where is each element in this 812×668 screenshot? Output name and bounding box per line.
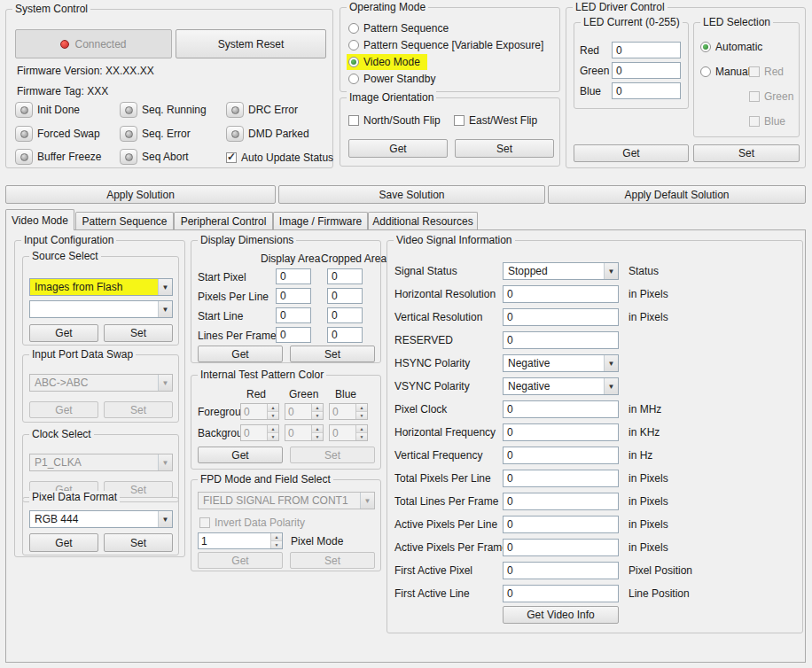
red-current-input[interactable]	[612, 42, 681, 58]
spinner-down-icon[interactable]: ▼	[268, 412, 278, 419]
pixels-per-line-label: Pixels Per Line	[198, 291, 269, 303]
pixel-mode-spinner[interactable]: 1 ▲▼	[198, 532, 283, 549]
fpd-mode-set-button[interactable]: Set	[290, 552, 375, 569]
source-select-set-button[interactable]: Set	[104, 324, 173, 342]
north-south-flip-checkbox[interactable]: North/South Flip	[348, 114, 441, 127]
radio-pattern-sequence-variable-exposure[interactable]: Pattern Sequence [Variable Exposure]	[348, 39, 543, 51]
spinner-down-icon[interactable]: ▼	[356, 412, 367, 419]
green-current-input[interactable]	[612, 62, 681, 79]
blue-current-input[interactable]	[612, 82, 681, 99]
tab-video-mode[interactable]: Video Mode	[5, 209, 74, 230]
reserved-input[interactable]	[503, 331, 619, 349]
foreground-blue-spinner[interactable]: 0 ▲▼	[329, 403, 368, 420]
tab-pattern-sequence[interactable]: Pattern Sequence	[75, 212, 174, 229]
spinner-up-icon[interactable]: ▲	[312, 404, 323, 412]
foreground-green-spinner[interactable]: 0 ▲▼	[285, 403, 324, 420]
input-port-data-swap-get-button[interactable]: Get	[29, 401, 98, 418]
vertical-resolution-input[interactable]	[503, 308, 619, 326]
source-select-combo[interactable]: Images from Flash ▼	[29, 278, 173, 296]
active-pixels-per-line-input[interactable]	[503, 516, 619, 533]
signal-status-combo[interactable]: Stopped ▼	[503, 262, 619, 280]
connected-button[interactable]: Connected	[15, 29, 172, 58]
pixel-data-format-set-button[interactable]: Set	[104, 533, 173, 552]
spinner-up-icon[interactable]: ▲	[268, 404, 278, 412]
led-driver-get-button[interactable]: Get	[574, 144, 689, 162]
internal-test-pattern-get-button[interactable]: Get	[198, 447, 283, 463]
start-pixel-display-input[interactable]	[276, 268, 311, 284]
east-west-flip-checkbox[interactable]: East/West Flip	[454, 114, 537, 127]
image-orientation-get-button[interactable]: Get	[348, 139, 448, 158]
image-orientation-set-button[interactable]: Set	[455, 139, 554, 158]
pixels-per-line-cropped-input[interactable]	[327, 288, 363, 304]
pixels-per-line-display-input[interactable]	[276, 288, 311, 304]
apply-default-solution-button[interactable]: Apply Default Solution	[548, 185, 806, 204]
vertical-frequency-input[interactable]	[503, 447, 619, 464]
spinner-up-icon[interactable]: ▲	[356, 404, 367, 412]
active-pixels-per-frame-input[interactable]	[503, 539, 619, 556]
apply-solution-button[interactable]: Apply Solution	[5, 185, 276, 204]
lines-per-frame-display-input[interactable]	[276, 327, 311, 343]
green-channel-checkbox[interactable]: Green	[749, 90, 793, 103]
apply-solution-label: Apply Solution	[106, 189, 175, 201]
internal-test-pattern-set-button[interactable]: Set	[290, 447, 375, 463]
display-dimensions-set-button[interactable]: Set	[290, 346, 375, 362]
auto-update-status-checkbox[interactable]: Auto Update Status	[226, 151, 333, 164]
red-channel-checkbox[interactable]: Red	[749, 66, 784, 78]
tab-additional-resources[interactable]: Additional Resources	[368, 212, 478, 229]
radio-icon	[700, 66, 711, 77]
display-dimensions-get-button[interactable]: Get	[198, 346, 283, 362]
spinner-down-icon[interactable]: ▼	[268, 433, 278, 440]
fpd-field-select-combo[interactable]: FIELD SIGNAL FROM CONT1 ▼	[198, 492, 375, 509]
radio-video-mode[interactable]: Video Mode	[347, 54, 427, 70]
background-red-spinner[interactable]: 0 ▲▼	[240, 424, 279, 441]
spinner-down-icon[interactable]: ▼	[312, 412, 323, 419]
background-blue-spinner[interactable]: 0 ▲▼	[329, 424, 368, 441]
radio-pattern-sequence[interactable]: Pattern Sequence	[348, 22, 449, 35]
foreground-red-spinner[interactable]: 0 ▲▼	[240, 403, 279, 420]
pixel-data-format-combo[interactable]: RGB 444 ▼	[29, 510, 173, 528]
pixel-data-format-get-button[interactable]: Get	[29, 533, 98, 552]
source-select-get-button[interactable]: Get	[29, 324, 98, 342]
start-line-display-input[interactable]	[276, 307, 311, 323]
fpd-mode-get-button[interactable]: Get	[198, 552, 283, 569]
total-pixels-per-line-input[interactable]	[503, 470, 619, 487]
radio-manual[interactable]: Manual	[700, 66, 750, 78]
first-active-line-input[interactable]	[503, 585, 619, 602]
status-led-init-done: Init Done	[15, 102, 80, 118]
tab-peripheral-control[interactable]: Peripheral Control	[174, 212, 273, 229]
hsync-polarity-combo[interactable]: Negative ▼	[503, 354, 619, 372]
checkbox-label: Red	[764, 66, 784, 78]
vsync-polarity-combo[interactable]: Negative ▼	[503, 377, 619, 395]
system-reset-button[interactable]: System Reset	[176, 29, 326, 58]
connected-led-icon	[60, 40, 69, 49]
spinner-down-icon[interactable]: ▼	[356, 433, 367, 440]
start-line-cropped-input[interactable]	[327, 307, 363, 323]
spinner-up-icon[interactable]: ▲	[271, 533, 282, 541]
radio-power-standby[interactable]: Power Standby	[348, 73, 435, 85]
get-video-info-button[interactable]: Get Video Info	[503, 606, 619, 624]
spinner-down-icon[interactable]: ▼	[271, 541, 282, 548]
background-green-spinner[interactable]: 0 ▲▼	[285, 424, 324, 441]
spinner-down-icon[interactable]: ▼	[312, 433, 323, 440]
input-port-data-swap-set-button[interactable]: Set	[104, 401, 173, 418]
blue-channel-checkbox[interactable]: Blue	[749, 115, 785, 128]
led-driver-set-button[interactable]: Set	[693, 144, 800, 162]
save-solution-button[interactable]: Save Solution	[278, 185, 545, 204]
radio-automatic[interactable]: Automatic	[700, 41, 762, 53]
pixel-clock-input[interactable]	[503, 400, 619, 418]
tab-image-firmware[interactable]: Image / Firmware	[273, 212, 368, 229]
spinner-up-icon[interactable]: ▲	[268, 425, 278, 433]
clock-select-combo[interactable]: P1_CLKA ▼	[29, 454, 173, 471]
total-lines-per-frame-input[interactable]	[503, 493, 619, 510]
horizontal-resolution-input[interactable]	[503, 285, 619, 303]
source-select-secondary-combo[interactable]: ▼	[29, 300, 173, 318]
spinner-up-icon[interactable]: ▲	[356, 425, 367, 433]
first-active-pixel-input[interactable]	[503, 562, 619, 579]
horizontal-frequency-input[interactable]	[503, 423, 619, 441]
radio-icon	[348, 23, 359, 34]
lines-per-frame-cropped-input[interactable]	[327, 327, 363, 343]
start-pixel-cropped-input[interactable]	[327, 268, 363, 284]
spinner-up-icon[interactable]: ▲	[312, 425, 323, 433]
invert-data-polarity-checkbox[interactable]: Invert Data Polarity	[199, 517, 305, 529]
input-port-data-swap-combo[interactable]: ABC->ABC ▼	[29, 374, 173, 392]
